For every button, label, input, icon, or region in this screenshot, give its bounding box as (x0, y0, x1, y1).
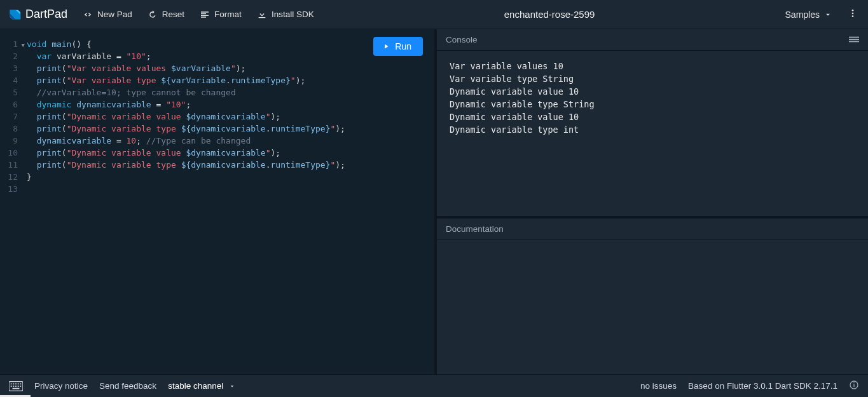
code-line: dynamicvariable = 10; //Type can be chan… (27, 135, 432, 147)
issues-label[interactable]: no issues (640, 381, 677, 391)
line-number: 1▼ (0, 38, 18, 50)
overflow-menu-button[interactable] (845, 4, 860, 24)
chevron-down-icon (228, 382, 236, 390)
right-pane: Console Var variable values 10 Var varia… (437, 29, 868, 374)
code-line: //varVariable=10; type cannot be changed (27, 86, 432, 98)
line-number: 8 (0, 123, 18, 135)
project-title: enchanted-rose-2599 (323, 9, 776, 20)
download-icon (257, 10, 267, 20)
format-button[interactable]: Format (193, 6, 248, 24)
line-number: 10 (0, 147, 18, 159)
info-icon (849, 380, 859, 390)
documentation-header: Documentation (437, 219, 868, 240)
dartpad-logo[interactable]: DartPad (8, 8, 67, 22)
code-line: print("Dynamic variable value $dynamicva… (27, 147, 432, 159)
console-layout-icon[interactable] (849, 36, 859, 44)
main-area: 1▼2345678910111213 void main() { var var… (0, 29, 868, 374)
editor-pane: 1▼2345678910111213 void main() { var var… (0, 29, 434, 374)
line-number: 5 (0, 86, 18, 98)
new-pad-button[interactable]: New Pad (76, 6, 139, 24)
app-name: DartPad (25, 8, 67, 21)
line-number: 11 (0, 159, 18, 171)
code-line: var varVariable = "10"; (27, 50, 432, 62)
line-number: 3 (0, 62, 18, 74)
top-bar: DartPad New Pad Reset Format Install SDK… (0, 0, 868, 29)
run-button[interactable]: Run (373, 37, 423, 56)
samples-button[interactable]: Samples (779, 6, 839, 24)
svg-rect-12 (15, 383, 17, 384)
code-editor[interactable]: void main() { var varVariable = "10"; pr… (22, 29, 434, 374)
svg-rect-18 (18, 386, 19, 387)
documentation-pane (437, 240, 868, 374)
line-gutter: 1▼2345678910111213 (0, 29, 22, 374)
svg-rect-23 (853, 382, 854, 383)
svg-point-5 (852, 15, 854, 17)
code-line: print("Var variable values $varVariable"… (27, 62, 432, 74)
keyboard-icon (9, 381, 23, 391)
code-line: void main() { (27, 38, 432, 50)
refresh-icon (148, 10, 158, 20)
dart-logo-icon (8, 8, 22, 22)
sdk-version-label: Based on Flutter 3.0.1 Dart SDK 2.17.1 (688, 381, 837, 391)
line-number: 2 (0, 50, 18, 62)
code-line (27, 183, 432, 195)
code-line: dynamic dynamicvariable = "10"; (27, 98, 432, 111)
send-feedback-link[interactable]: Send feedback (99, 381, 156, 391)
svg-rect-19 (20, 386, 21, 387)
status-bar: Privacy notice Send feedback stable chan… (0, 374, 868, 397)
channel-label: stable channel (168, 381, 223, 391)
svg-rect-22 (853, 384, 854, 387)
console-output[interactable]: Var variable values 10 Var variable type… (437, 51, 868, 216)
svg-rect-8 (849, 41, 859, 42)
line-number: 4 (0, 74, 18, 86)
channel-selector[interactable]: stable channel (168, 381, 236, 391)
svg-rect-7 (849, 39, 859, 40)
new-pad-label: New Pad (97, 10, 132, 19)
svg-point-3 (852, 10, 854, 11)
documentation-label: Documentation (446, 224, 504, 234)
info-button[interactable] (849, 380, 859, 392)
reset-button[interactable]: Reset (141, 6, 191, 24)
svg-rect-15 (11, 386, 12, 387)
svg-rect-13 (18, 383, 19, 384)
format-icon (200, 10, 210, 20)
line-number: 12 (0, 171, 18, 183)
svg-rect-20 (13, 387, 20, 389)
code-line: print("Dynamic variable value $dynamicva… (27, 111, 432, 123)
line-number: 6 (0, 98, 18, 111)
line-number: 13 (0, 183, 18, 195)
svg-rect-6 (849, 36, 859, 37)
format-label: Format (214, 10, 242, 19)
more-vert-icon (848, 8, 858, 18)
code-line: print("Dynamic variable type ${dynamicva… (27, 159, 432, 171)
svg-rect-14 (20, 383, 21, 384)
line-number: 7 (0, 111, 18, 123)
svg-rect-17 (15, 386, 17, 387)
install-sdk-label: Install SDK (272, 10, 314, 19)
chevron-down-icon (823, 10, 832, 19)
fold-icon[interactable]: ▼ (22, 39, 25, 51)
samples-label: Samples (785, 10, 820, 20)
svg-rect-11 (13, 383, 14, 384)
code-line: } (27, 171, 432, 183)
console-label: Console (446, 35, 478, 44)
svg-rect-16 (13, 386, 14, 387)
play-icon (382, 43, 390, 50)
install-sdk-button[interactable]: Install SDK (251, 6, 320, 24)
code-line: print("Dynamic variable type ${dynamicva… (27, 123, 432, 135)
code-icon (83, 10, 93, 20)
privacy-notice-link[interactable]: Privacy notice (34, 381, 88, 391)
svg-rect-10 (11, 383, 12, 384)
run-label: Run (395, 41, 411, 51)
svg-point-4 (852, 13, 854, 15)
console-header: Console (437, 29, 868, 51)
line-number: 9 (0, 135, 18, 147)
keyboard-button[interactable] (9, 381, 23, 391)
code-line: print("Var variable type ${varVariable.r… (27, 74, 432, 86)
reset-label: Reset (162, 10, 184, 19)
